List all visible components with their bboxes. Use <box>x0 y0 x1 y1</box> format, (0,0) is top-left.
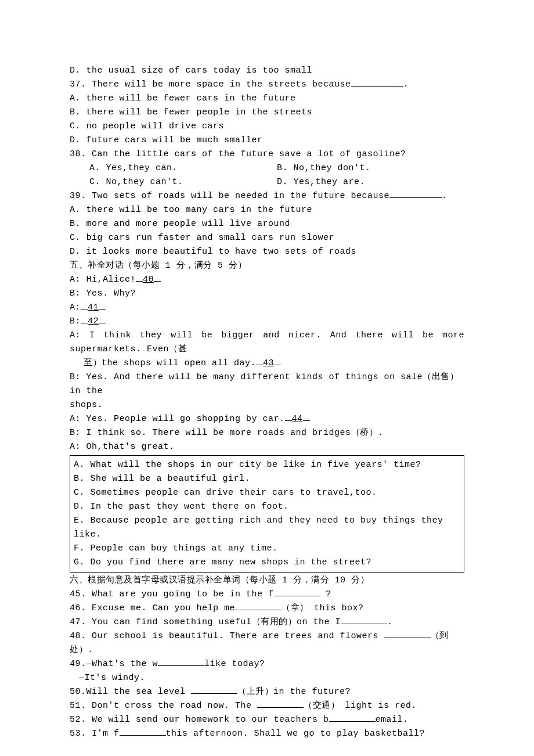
dialog-l3-blank-right[interactable] <box>99 301 106 310</box>
q52: 52. We will send our homework to our tea… <box>70 713 464 727</box>
dialog-l5b-blank-right[interactable] <box>274 357 281 366</box>
q46-pre: 46. Excuse me. Can you help me <box>70 603 235 613</box>
q36-option-d: D. the usual size of cars today is too s… <box>70 64 464 78</box>
dialog-line5b: 至）the shops will open all day.43 <box>70 357 464 370</box>
q49a-post: like today? <box>204 659 265 669</box>
q39-option-d: D. it looks more beautiful to have two s… <box>70 245 464 259</box>
dialog-l3-num: 41 <box>88 303 99 312</box>
q48: 48. Our school is beautiful. There are t… <box>70 629 464 657</box>
option-a: A. What will the shops in our city be li… <box>74 458 460 472</box>
q52-blank[interactable] <box>329 714 376 722</box>
q38-option-a: A. Yes,they can. <box>89 161 277 175</box>
q46-post: （拿） this box? <box>282 603 364 613</box>
q38-option-c: C. No,they can't. <box>89 175 277 189</box>
q37-stem-pre: 37. There will be more space in the stre… <box>70 80 351 89</box>
q51: 51. Don't cross the road now. The （交通） l… <box>70 699 464 713</box>
option-c: C. Sometimes people can drive their cars… <box>74 486 460 500</box>
q38-stem: 38. Can the little cars of the future sa… <box>70 147 464 161</box>
q37-option-d: D. future cars will be much smaller <box>70 134 464 147</box>
dialog-line7: A: Yes. People will go shopping by car.4… <box>70 412 464 426</box>
dialog-l4-blank-right[interactable] <box>99 315 106 324</box>
q37-option-b: B. there will be fewer people in the str… <box>70 106 464 120</box>
q45-blank[interactable] <box>274 588 320 597</box>
dialog-l1-pre: A: Hi,Alice! <box>70 275 136 285</box>
q48-blank[interactable] <box>384 630 431 639</box>
q52-pre: 52. We will send our homework to our tea… <box>70 715 329 725</box>
option-f: F. People can buy things at any time. <box>74 542 460 556</box>
q39-option-c: C. big cars run faster and small cars ru… <box>70 231 464 245</box>
dialog-l7-num: 44 <box>292 414 303 424</box>
q47-pre: 47. You can find something useful（有用的）on… <box>70 617 341 627</box>
dialog-l1-blank-right[interactable] <box>154 273 161 282</box>
dialog-line4: B:42 <box>70 315 464 329</box>
dialog-l7-blank-right[interactable] <box>303 413 310 422</box>
q39-option-b: B. more and more people will live around <box>70 217 464 231</box>
q47: 47. You can find something useful（有用的）on… <box>70 615 464 629</box>
section5-title: 五、补全对话（每小题 1 分，满分 5 分） <box>70 259 464 273</box>
dialog-line6a: B: Yes. And there will be many different… <box>70 370 464 398</box>
q39-stem-post: . <box>442 191 448 201</box>
option-e: E. Because people are getting rich and t… <box>74 514 460 542</box>
dialog-l7-blank-left[interactable] <box>285 413 292 422</box>
q50: 50.Will the sea level （上升）in the future? <box>70 685 464 699</box>
dialog-l4-pre: B: <box>70 316 81 326</box>
dialog-l1-blank-left[interactable] <box>136 273 143 282</box>
q46-blank[interactable] <box>235 602 282 611</box>
q37-option-c: C. no people will drive cars <box>70 120 464 134</box>
dialog-l4-blank-left[interactable] <box>81 315 88 324</box>
dialog-l1-num: 40 <box>143 275 154 285</box>
q39-blank[interactable] <box>389 190 442 199</box>
q52-post: email. <box>376 715 409 725</box>
q39-stem-pre: 39. Two sets of roads will be needed in … <box>70 191 389 201</box>
dialog-line9: A: Oh,that's great. <box>70 440 464 454</box>
q37-stem: 37. There will be more space in the stre… <box>70 78 464 92</box>
section6-title: 六、根据句意及首字母或汉语提示补全单词（每小题 1 分，满分 10 分） <box>70 574 464 588</box>
dialog-line5a: A: I think they will be bigger and nicer… <box>70 329 464 357</box>
q51-post: （交通） light is red. <box>304 701 417 711</box>
q48-pre: 48. Our school is beautiful. There are t… <box>70 631 384 641</box>
dialog-l3-pre: A: <box>70 303 81 312</box>
q53-blank[interactable] <box>120 728 166 736</box>
q51-pre: 51. Don't cross the road now. The <box>70 701 257 711</box>
q49a-blank[interactable] <box>158 658 204 667</box>
q39-stem: 39. Two sets of roads will be needed in … <box>70 189 464 203</box>
q37-blank[interactable] <box>351 78 403 87</box>
q38-row1: A. Yes,they can. B. No,they don't. <box>70 161 464 175</box>
q45-pre: 45. What are you going to be in the f <box>70 589 274 599</box>
q38-row2: C. No,they can't. D. Yes,they are. <box>70 175 464 189</box>
q47-post: . <box>387 617 393 627</box>
q53-pre: 53. I'm f <box>70 729 120 739</box>
q47-blank[interactable] <box>341 616 387 625</box>
q39-option-a: A. there will be too many cars in the fu… <box>70 203 464 217</box>
option-g: G. Do you find there are many new shops … <box>74 556 460 570</box>
q49a: 49.—What's the wlike today? <box>70 657 464 671</box>
dialog-line8: B: I think so. There will be more roads … <box>70 426 464 440</box>
option-d: D. In the past they went there on foot. <box>74 500 460 514</box>
dialog-line6b: shops. <box>70 398 464 412</box>
q50-pre: 50.Will the sea level <box>70 687 191 697</box>
q49a-pre: 49.—What's the w <box>70 659 158 669</box>
dialog-options-box: A. What will the shops in our city be li… <box>70 455 464 573</box>
option-b: B. She will be a beautiful girl. <box>74 472 460 486</box>
q53: 53. I'm fthis afternoon. Shall we go to … <box>70 727 464 741</box>
dialog-l5b-pre: 至）the shops will open all day. <box>84 358 256 368</box>
dialog-line1: A: Hi,Alice!40 <box>70 273 464 287</box>
q37-stem-post: . <box>403 80 409 89</box>
dialog-line3: A:41 <box>70 301 464 315</box>
q45: 45. What are you going to be in the f ? <box>70 588 464 602</box>
dialog-line2: B: Yes. Why? <box>70 287 464 301</box>
q38-option-b: B. No,they don't. <box>277 161 464 175</box>
q50-blank[interactable] <box>191 686 237 694</box>
q46: 46. Excuse me. Can you help me（拿） this b… <box>70 602 464 615</box>
q53-post: this afternoon. Shall we go to play bask… <box>166 729 425 739</box>
q49b: —It's windy. <box>70 671 464 685</box>
q38-option-d: D. Yes,they are. <box>277 175 464 189</box>
dialog-l7-pre: A: Yes. People will go shopping by car. <box>70 414 285 424</box>
q45-post: ? <box>320 589 331 599</box>
dialog-l5b-num: 43 <box>263 358 274 368</box>
dialog-l3-blank-left[interactable] <box>81 301 88 310</box>
q51-blank[interactable] <box>257 700 304 708</box>
q37-option-a: A. there will be fewer cars in the futur… <box>70 92 464 106</box>
q50-post: （上升）in the future? <box>237 687 351 697</box>
dialog-l5b-blank-left[interactable] <box>256 357 263 366</box>
